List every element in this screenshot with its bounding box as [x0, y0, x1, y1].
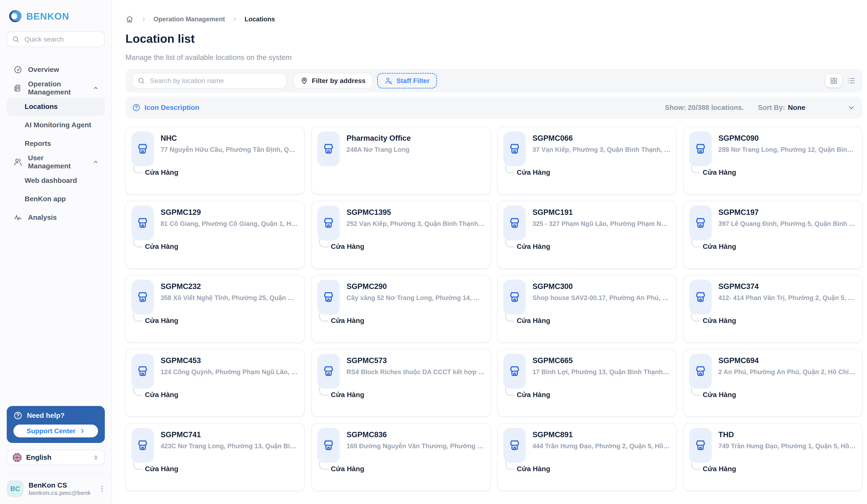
grid-view-button[interactable] [825, 74, 842, 88]
location-card[interactable]: SGPMC836 169 Đường Nguyễn Văn Thương, Ph… [311, 423, 491, 491]
sidebar-item-operation-management[interactable]: Operation Management [7, 79, 105, 97]
location-name: SGPMC232 [161, 282, 299, 291]
location-type-label: Cửa Hàng [517, 168, 550, 176]
storefront-icon [137, 439, 149, 451]
need-help-card: Need help? Support Center [7, 406, 105, 443]
staff-filter-button[interactable]: Staff Filter [377, 73, 437, 89]
location-card[interactable]: SGPMC300 Shop house SAV2-00.17, Phường A… [497, 275, 676, 343]
storefront-icon [137, 291, 149, 303]
home-icon[interactable] [125, 15, 134, 23]
location-card[interactable]: THD 749 Trần Hưng Đạo, Phường 1, Quận 5,… [683, 423, 863, 491]
storefront-icon [137, 143, 149, 155]
sort-by-value: None [788, 103, 805, 112]
store-icon-badge [503, 280, 526, 315]
location-card[interactable]: SGPMC453 124 Cống Quỳnh, Phường Phạm Ngũ… [125, 349, 304, 417]
location-search-box[interactable] [132, 73, 287, 89]
show-count-text: Show: 20/388 locations. [665, 103, 744, 112]
location-card[interactable]: SGPMC066 37 Vạn Kiếp, Phường 3, Quận Bìn… [497, 127, 676, 195]
location-card[interactable]: SGPMC1395 252 Vạn Kiếp, Phường 3, Quận B… [311, 201, 491, 269]
search-icon [12, 35, 19, 43]
chevron-down-icon[interactable] [848, 104, 855, 111]
location-card[interactable]: SGPMC197 397 Lê Quang Định, Phường 5, Qu… [683, 201, 863, 269]
brand-logo[interactable]: BENKON [0, 0, 111, 23]
icon-description-link[interactable]: Icon Description [132, 103, 199, 112]
location-type-label: Cửa Hàng [331, 391, 364, 399]
sidebar: BENKON Overview Operation Management [0, 0, 112, 504]
storefront-icon [137, 365, 149, 377]
location-search-input[interactable] [149, 76, 281, 85]
user-profile[interactable]: BC BenKon CS benkon.cs.pmc@benkon.... [0, 473, 111, 504]
store-icon-badge [131, 206, 154, 240]
support-center-button[interactable]: Support Center [13, 425, 98, 437]
filter-toolbar: Filter by address Staff Filter [125, 69, 863, 92]
location-card[interactable]: NHC 77 Nguyễn Hữu Cầu, Phường Tân Định, … [125, 127, 304, 195]
sidebar-item-user-management[interactable]: User Management [7, 153, 105, 171]
main-content: Operation Management Locations Location … [112, 0, 867, 504]
location-card[interactable]: SGPMC665 17 Bình Lợi, Phường 13, Quận Bì… [497, 349, 676, 417]
kebab-menu-icon[interactable] [98, 485, 106, 493]
store-icon-badge [689, 206, 711, 240]
location-address: 288 Nơ Trang Long, Phường 12, Quận Bình … [718, 146, 857, 153]
location-card[interactable]: Pharmacity Office 248A Nơ Trang Long [311, 127, 491, 195]
breadcrumb-locations[interactable]: Locations [245, 15, 275, 23]
location-card[interactable]: SGPMC573 RS4 Block Riches thuộc DA CCCT … [311, 349, 491, 417]
sidebar-item-web-dashboard[interactable]: Web dashboard [7, 171, 105, 190]
location-address: RS4 Block Riches thuộc DA CCCT kết hợp T… [346, 369, 484, 376]
map-pin-icon [301, 77, 308, 84]
storefront-icon [322, 365, 335, 377]
storefront-icon [694, 143, 707, 155]
tree-connector [505, 387, 514, 396]
location-card[interactable]: SGPMC129 81 Cô Giang, Phường Cô Giang, Q… [125, 201, 304, 269]
location-card[interactable]: SGPMC891 444 Trần Hưng Đạo, Phường 2, Qu… [497, 423, 676, 491]
location-name: SGPMC836 [346, 430, 484, 439]
sidebar-item-locations[interactable]: Locations [7, 97, 105, 116]
sidebar-item-benkon-app[interactable]: BenKon app [7, 190, 105, 208]
sidebar-item-label: Reports [25, 140, 51, 147]
store-icon-badge [131, 280, 154, 315]
sidebar-item-label: Overview [28, 66, 59, 74]
location-name: SGPMC694 [718, 356, 857, 365]
updown-chevrons-icon [93, 454, 99, 461]
location-address: 397 Lê Quang Định, Phường 5, Quận Bình T… [718, 220, 857, 228]
storefront-icon [322, 217, 335, 229]
quick-search-box[interactable] [7, 31, 105, 47]
location-card[interactable]: SGPMC374 412- 414 Phan Văn Trị, Phường 2… [683, 275, 863, 343]
location-name: SGPMC090 [718, 134, 857, 143]
chevron-up-icon [93, 86, 98, 90]
chevron-right-icon [141, 17, 146, 22]
store-icon-badge [503, 131, 526, 166]
sidebar-item-analysis[interactable]: Analysis [7, 208, 105, 227]
sidebar-item-overview[interactable]: Overview [7, 61, 105, 79]
sort-by-group[interactable]: Sort By: None [758, 103, 805, 112]
location-type-label: Cửa Hàng [331, 465, 364, 473]
location-card[interactable]: SGPMC290 Cây xăng 52 Nơ Trang Long, Phườ… [311, 275, 491, 343]
tree-connector [133, 387, 142, 396]
location-card[interactable]: SGPMC232 358 Xô Viết Nghệ Tĩnh, Phường 2… [125, 275, 304, 343]
location-card[interactable]: SGPMC191 325 - 327 Phạm Ngũ Lão, Phường … [497, 201, 676, 269]
location-address: 252 Vạn Kiếp, Phường 3, Quận Bình Thạnh,… [346, 220, 484, 228]
location-card[interactable]: SGPMC090 288 Nơ Trang Long, Phường 12, Q… [683, 127, 863, 195]
filter-by-address-button[interactable]: Filter by address [293, 73, 373, 89]
arrow-right-icon [79, 428, 85, 434]
location-address: 81 Cô Giang, Phường Cô Giang, Quận 1, Hồ… [161, 220, 299, 228]
list-view-button[interactable] [847, 76, 856, 85]
sidebar-item-reports[interactable]: Reports [7, 134, 105, 153]
location-address: 169 Đường Nguyễn Văn Thương, Phường 25, … [346, 442, 484, 450]
store-icon-badge [503, 428, 526, 463]
sidebar-item-label: Locations [25, 102, 58, 111]
location-card[interactable]: SGPMC694 2 An Phú, Phường An Phú, Quận 2… [683, 349, 863, 417]
tree-connector [319, 313, 328, 321]
location-type-label: Cửa Hàng [703, 465, 736, 473]
location-name: SGPMC1395 [346, 208, 484, 217]
location-card[interactable]: SGPMC741 423C Nơ Trang Long, Phường 13, … [125, 423, 304, 491]
store-icon-badge [318, 354, 340, 388]
breadcrumb-operation-management[interactable]: Operation Management [153, 15, 225, 23]
chevron-up-icon [93, 160, 98, 164]
location-address: 423C Nơ Trang Long, Phường 13, Quận Bình… [161, 442, 299, 450]
quick-search-input[interactable] [23, 35, 99, 44]
sidebar-item-ai-monitoring-agent[interactable]: AI Monitoring Agent [7, 116, 105, 134]
waveform-icon [13, 213, 22, 222]
language-selector[interactable]: English [7, 450, 105, 465]
question-circle-icon [13, 411, 22, 420]
store-icon-badge [689, 354, 711, 388]
